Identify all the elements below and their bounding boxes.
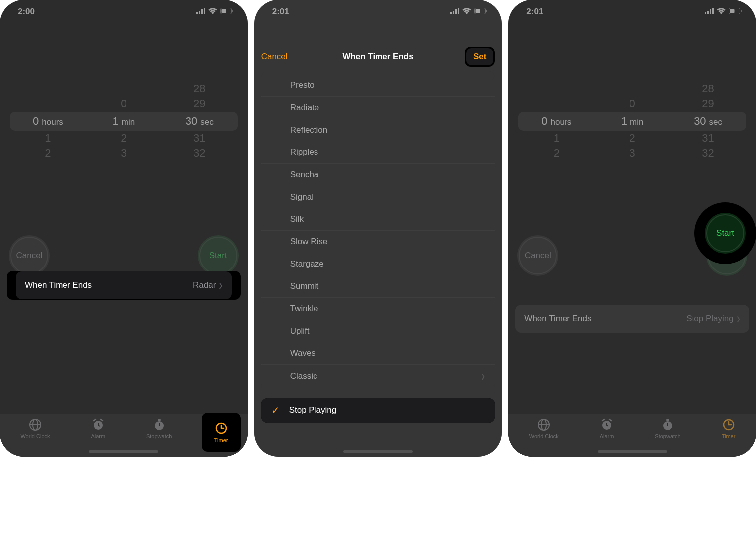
battery-icon [474, 7, 488, 17]
svg-rect-14 [158, 419, 161, 421]
picker-secs-col[interactable]: 28 29 30sec 31 32 [162, 71, 238, 171]
sound-item[interactable]: Uplift [261, 320, 495, 342]
home-indicator[interactable] [343, 450, 413, 453]
wifi-icon [462, 7, 471, 17]
when-timer-ends-label: When Timer Ends [524, 314, 591, 324]
svg-rect-25 [458, 8, 459, 14]
sound-item[interactable]: Ripples [261, 141, 495, 164]
svg-line-12 [101, 419, 103, 421]
sound-list[interactable]: Presto Radiate Reflection Ripples Sencha… [261, 71, 495, 390]
svg-rect-30 [707, 11, 709, 14]
alarm-icon [600, 418, 614, 432]
chevron-right-icon: › [737, 310, 740, 327]
screenshot-2: 2:01 Cancel When Timer Ends Set Presto R… [254, 0, 502, 457]
stopwatch-icon [661, 418, 675, 432]
home-indicator[interactable] [598, 450, 667, 453]
signal-icon [196, 7, 205, 17]
sound-item-classic[interactable]: Classic › [261, 365, 495, 387]
cancel-button[interactable]: Cancel [9, 235, 50, 276]
svg-rect-29 [705, 12, 706, 14]
svg-rect-22 [450, 12, 452, 14]
tab-alarm[interactable]: Alarm [91, 418, 105, 439]
picker-hours-col[interactable]: 0hours 1 2 [10, 71, 86, 171]
timer-icon [722, 418, 736, 432]
svg-rect-0 [196, 12, 198, 14]
when-timer-ends-label: When Timer Ends [25, 280, 92, 290]
status-indicators [196, 7, 234, 17]
svg-rect-34 [730, 9, 735, 13]
timer-icon [215, 422, 228, 436]
stopwatch-icon [152, 418, 166, 432]
cancel-button[interactable]: Cancel [517, 235, 558, 276]
screenshot-3: 2:01 0hours 1 2 0 1min 2 3 [508, 0, 756, 457]
when-timer-ends-value: Radar [193, 280, 216, 290]
alarm-icon [91, 418, 105, 432]
wifi-icon [717, 7, 726, 17]
screenshot-1: 2:00 0hours 1 2 0 1min 2 3 [0, 0, 248, 457]
sound-item[interactable]: Radiate [261, 97, 495, 119]
tab-stopwatch[interactable]: Stopwatch [655, 418, 680, 439]
picker-secs-col[interactable]: 28 29 30sec 31 32 [670, 71, 746, 171]
sound-item[interactable]: Summit [261, 275, 495, 298]
battery-icon [220, 7, 234, 17]
sound-item[interactable]: Signal [261, 186, 495, 208]
svg-line-11 [94, 419, 96, 421]
status-time: 2:01 [526, 7, 543, 17]
sound-item[interactable]: Sencha [261, 164, 495, 186]
status-bar: 2:00 [0, 0, 248, 20]
checkmark-icon: ✓ [271, 404, 285, 416]
sound-item[interactable]: Slow Rise [261, 231, 495, 253]
globe-icon [537, 418, 551, 432]
sound-item[interactable]: Reflection [261, 119, 495, 141]
svg-rect-1 [199, 11, 200, 14]
tab-stopwatch[interactable]: Stopwatch [146, 418, 172, 439]
status-indicators [705, 7, 742, 17]
svg-rect-5 [221, 9, 226, 13]
picker-hours-col[interactable]: 0hours 1 2 [518, 71, 594, 171]
status-time: 2:00 [18, 7, 35, 17]
signal-icon [705, 7, 714, 17]
stop-playing-row[interactable]: ✓ Stop Playing [261, 398, 495, 423]
svg-rect-31 [710, 9, 711, 14]
sound-item[interactable]: Twinkle [261, 298, 495, 320]
sheet-cancel-button[interactable]: Cancel [261, 52, 288, 62]
tab-world-clock[interactable]: World Clock [20, 418, 50, 439]
timer-picker[interactable]: 0hours 1 2 0 1min 2 3 28 29 30sec 31 32 [508, 71, 756, 171]
chevron-right-icon: › [481, 368, 485, 385]
when-timer-ends-row[interactable]: When Timer Ends Stop Playing › [515, 305, 749, 333]
status-indicators [450, 7, 488, 17]
tab-alarm[interactable]: Alarm [600, 418, 614, 439]
sound-item[interactable]: Presto [261, 74, 495, 97]
globe-icon [28, 418, 42, 432]
status-time: 2:01 [272, 7, 289, 17]
timer-picker[interactable]: 0hours 1 2 0 1min 2 3 28 29 30sec 31 32 [0, 71, 248, 171]
svg-rect-43 [666, 419, 669, 421]
status-bar: 2:01 [508, 0, 756, 20]
picker-mins-col[interactable]: 0 1min 2 3 [594, 71, 670, 171]
when-timer-ends-value: Stop Playing [686, 314, 733, 324]
svg-rect-3 [204, 8, 205, 14]
tab-world-clock[interactable]: World Clock [529, 418, 559, 439]
sound-item[interactable]: Waves [261, 342, 495, 365]
sound-item[interactable]: Silk [261, 208, 495, 231]
start-button[interactable]: Start [198, 235, 239, 276]
svg-rect-23 [453, 11, 454, 14]
status-bar: 2:01 [254, 0, 502, 20]
tab-timer[interactable]: Timer [722, 418, 736, 439]
sheet-set-button[interactable]: Set [466, 48, 493, 65]
svg-line-41 [609, 419, 611, 421]
svg-rect-32 [712, 8, 714, 14]
signal-icon [450, 7, 459, 17]
picker-mins-col[interactable]: 0 1min 2 3 [86, 71, 162, 171]
svg-rect-24 [455, 9, 457, 14]
battery-icon [729, 7, 742, 17]
home-indicator[interactable] [89, 450, 158, 453]
chevron-right-icon: › [219, 277, 222, 294]
when-timer-ends-row[interactable]: When Timer Ends Radar › [16, 271, 232, 299]
wifi-icon [208, 7, 217, 17]
sound-item[interactable]: Stargaze [261, 253, 495, 275]
start-button[interactable]: Start [705, 213, 746, 254]
svg-rect-35 [741, 10, 742, 12]
svg-rect-6 [232, 10, 233, 12]
svg-rect-2 [201, 9, 203, 14]
